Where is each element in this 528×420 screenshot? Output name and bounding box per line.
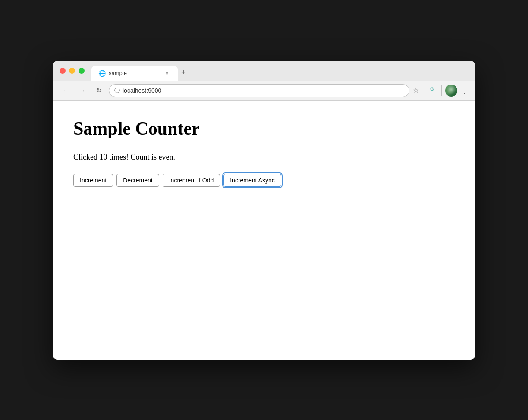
increment-async-button[interactable]: Increment Async	[223, 174, 281, 187]
address-text: localhost:9000	[123, 87, 404, 94]
navigation-bar: ← → ↻ ⓘ localhost:9000 ☆ ᴳ ⋮	[53, 81, 475, 101]
more-options-button[interactable]: ⋮	[461, 86, 468, 95]
tab-title: sample	[109, 70, 160, 76]
counter-text: Clicked 10 times! Count is even.	[73, 153, 455, 162]
decrement-button[interactable]: Decrement	[116, 174, 159, 187]
page-content: Sample Counter Clicked 10 times! Count i…	[53, 101, 475, 360]
tab-favicon: 🌐	[98, 70, 105, 77]
bookmark-button[interactable]: ☆	[413, 86, 419, 94]
avatar-image	[445, 85, 457, 97]
back-button[interactable]: ←	[60, 84, 72, 97]
extension-area: ᴳ ⋮	[426, 85, 468, 97]
avatar[interactable]	[445, 85, 457, 97]
title-bar: 🌐 sample × +	[53, 61, 475, 81]
browser-window: 🌐 sample × + ← → ↻ ⓘ localhost:9000 ☆ ᴳ	[53, 61, 475, 360]
toolbar-separator	[441, 85, 442, 96]
page-title: Sample Counter	[73, 118, 455, 139]
maximize-window-button[interactable]	[79, 68, 85, 74]
increment-button[interactable]: Increment	[73, 174, 113, 187]
minimize-window-button[interactable]	[69, 68, 75, 74]
reload-button[interactable]: ↻	[92, 84, 105, 97]
tabs-area: 🌐 sample × +	[91, 66, 468, 81]
buttons-row: IncrementDecrementIncrement if OddIncrem…	[73, 174, 455, 187]
forward-button[interactable]: →	[76, 84, 89, 97]
tab-close-button[interactable]: ×	[163, 69, 171, 77]
extension-button[interactable]: ᴳ	[426, 85, 438, 97]
info-icon: ⓘ	[114, 87, 120, 94]
increment-if-odd-button[interactable]: Increment if Odd	[163, 174, 220, 187]
browser-tab[interactable]: 🌐 sample ×	[91, 66, 178, 81]
address-bar[interactable]: ⓘ localhost:9000	[109, 84, 409, 97]
close-window-button[interactable]	[60, 68, 66, 74]
traffic-lights	[60, 68, 85, 79]
new-tab-button[interactable]: +	[178, 66, 189, 79]
